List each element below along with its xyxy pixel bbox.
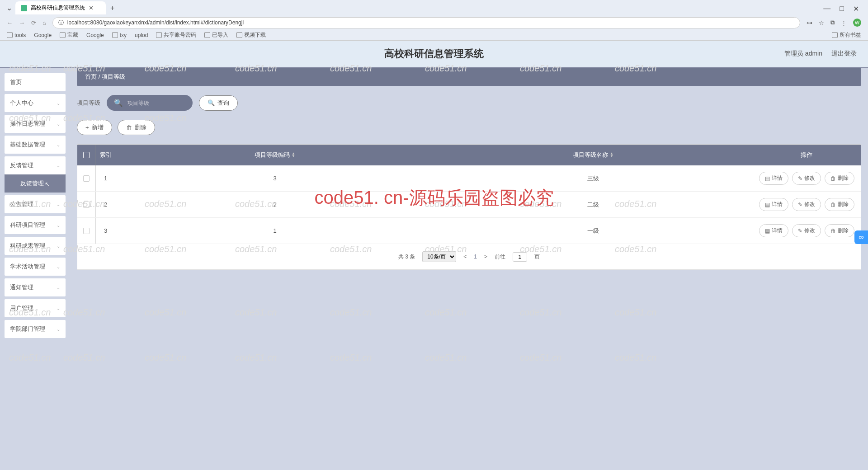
minimize-icon[interactable]: — [823, 5, 830, 13]
bookmark-item[interactable]: uplod [135, 32, 148, 38]
bookmark-item[interactable]: 视频下载 [236, 31, 266, 39]
row-checkbox[interactable] [83, 228, 90, 234]
site-info-icon[interactable]: ⓘ [58, 19, 64, 27]
user-label[interactable]: 管理员 admin [784, 50, 822, 58]
page-size-select[interactable]: 10条/页 [422, 251, 456, 262]
chevron-down-icon: ⌄ [57, 223, 60, 228]
chevron-down-icon: ⌄ [57, 327, 60, 332]
sidebar-item-project[interactable]: 科研项目管理⌄ [5, 216, 66, 234]
bookmark-item[interactable]: 共享账号密码 [156, 31, 196, 39]
search-input-wrap: 🔍 [107, 95, 193, 111]
url-text: localhost:8080/gaoxiaokeyanxinxi/admin/d… [67, 19, 244, 26]
tab-list-dropdown[interactable]: ⌄ [5, 4, 14, 13]
all-bookmarks[interactable]: 所有书签 [832, 31, 861, 39]
main-content: 首页 / 项目等级 项目等级 🔍 🔍查询 +新增 🗑删除 索引 [70, 68, 868, 470]
sidebar-sub-feedback[interactable]: 反馈管理↖ [5, 174, 66, 193]
detail-button[interactable]: ▤详情 [759, 198, 788, 211]
search-row: 项目等级 🔍 🔍查询 [77, 86, 861, 120]
row-delete-button[interactable]: 🗑删除 [825, 172, 854, 185]
chevron-down-icon: ⌄ [57, 101, 60, 106]
bookmark-item[interactable]: 已导入 [204, 31, 228, 39]
edit-icon: ✎ [798, 202, 802, 208]
breadcrumb-home[interactable]: 首页 [85, 73, 97, 80]
app-header: 高校科研信息管理系统 管理员 admin 退出登录 [0, 41, 868, 68]
th-name[interactable]: 项目等级名称▲▼ [434, 145, 752, 165]
select-all-checkbox[interactable] [83, 152, 90, 158]
th-ops: 操作 [752, 145, 861, 165]
sidebar-item-feedback[interactable]: 反馈管理⌄ [5, 156, 66, 174]
th-code[interactable]: 项目等级编码▲▼ [116, 145, 434, 165]
detail-button[interactable]: ▤详情 [759, 224, 788, 237]
row-checkbox[interactable] [83, 175, 90, 182]
float-tool-button[interactable]: ∞ [854, 230, 868, 244]
bookmark-item[interactable]: 宝藏 [60, 31, 78, 39]
menu-icon[interactable]: ⋮ [841, 19, 847, 26]
trash-icon: 🗑 [126, 124, 132, 131]
sidebar-item-personal[interactable]: 个人中心⌄ [5, 94, 66, 112]
new-tab-button[interactable]: + [110, 4, 114, 12]
star-icon[interactable]: ☆ [819, 19, 824, 26]
chevron-down-icon: ⌄ [57, 122, 60, 127]
add-button[interactable]: +新增 [77, 120, 112, 135]
sidebar-item-announce[interactable]: 公告管理⌄ [5, 195, 66, 213]
sidebar-item-home[interactable]: 首页 [5, 73, 66, 91]
bookmark-item[interactable]: Google [86, 32, 104, 38]
current-page[interactable]: 1 [474, 254, 477, 260]
next-page[interactable]: > [484, 254, 487, 260]
row-delete-button[interactable]: 🗑删除 [825, 224, 854, 237]
sidebar-item-academic[interactable]: 学术活动管理⌄ [5, 258, 66, 276]
browser-tab[interactable]: 高校科研信息管理系统 ✕ [15, 1, 106, 14]
trash-icon: 🗑 [830, 228, 836, 234]
doc-icon: ▤ [765, 202, 770, 208]
query-button[interactable]: 🔍查询 [199, 95, 238, 111]
sidebar: 首页 个人中心⌄ 操作日志管理⌄ 基础数据管理⌄ 反馈管理⌄ 反馈管理↖ 公告管… [0, 68, 70, 470]
reload-icon[interactable]: ⟳ [31, 19, 36, 26]
delete-button[interactable]: 🗑删除 [118, 120, 155, 135]
edit-button[interactable]: ✎修改 [792, 224, 821, 237]
close-window-icon[interactable]: ✕ [853, 5, 859, 13]
bookmark-item[interactable]: tools [7, 32, 26, 38]
url-input[interactable]: ⓘ localhost:8080/gaoxiaokeyanxinxi/admin… [52, 17, 800, 28]
sort-icon: ▲▼ [292, 152, 295, 158]
back-icon[interactable]: ← [7, 19, 13, 26]
td-checkbox [77, 218, 95, 244]
search-input[interactable] [127, 100, 195, 106]
row-checkbox[interactable] [83, 202, 90, 208]
td-ops: ▤详情 ✎修改 🗑删除 [752, 165, 861, 191]
edit-button[interactable]: ✎修改 [792, 172, 821, 185]
folder-icon [156, 32, 162, 38]
td-code: 3 [116, 165, 434, 191]
sidebar-item-basedata[interactable]: 基础数据管理⌄ [5, 136, 66, 154]
folder-icon [204, 32, 210, 38]
sidebar-item-user[interactable]: 用户管理⌄ [5, 299, 66, 317]
logout-link[interactable]: 退出登录 [831, 50, 857, 58]
breadcrumb-sep: / [99, 73, 100, 80]
key-icon[interactable]: ⊶ [807, 19, 812, 26]
prev-page[interactable]: < [463, 254, 467, 260]
search-icon: 🔍 [208, 99, 215, 106]
sidebar-item-dept[interactable]: 学院部门管理⌄ [5, 320, 66, 338]
sidebar-item-log[interactable]: 操作日志管理⌄ [5, 115, 66, 133]
sidebar-item-result[interactable]: 科研成果管理⌄ [5, 237, 66, 255]
profile-avatar[interactable]: W [853, 19, 861, 27]
tab-close-icon[interactable]: ✕ [89, 5, 94, 11]
detail-button[interactable]: ▤详情 [759, 172, 788, 185]
edit-button[interactable]: ✎修改 [792, 198, 821, 211]
bookmark-item[interactable]: Google [34, 32, 52, 38]
tab-bar: ⌄ 高校科研信息管理系统 ✕ + — □ ✕ [0, 0, 868, 16]
home-icon[interactable]: ⌂ [42, 19, 46, 26]
browser-chrome: ⌄ 高校科研信息管理系统 ✕ + — □ ✕ ← → ⟳ ⌂ ⓘ localho… [0, 0, 868, 41]
folder-icon [112, 32, 118, 38]
cursor-icon: ↖ [45, 181, 50, 186]
search-label: 项目等级 [77, 99, 100, 107]
goto-input[interactable] [513, 252, 527, 262]
forward-icon[interactable]: → [19, 19, 25, 26]
bookmark-item[interactable]: txy [112, 32, 127, 38]
row-delete-button[interactable]: 🗑删除 [825, 198, 854, 211]
td-code: 1 [116, 218, 434, 244]
td-index: 2 [95, 192, 116, 217]
extensions-icon[interactable]: ⧉ [830, 19, 835, 26]
sidebar-item-notice[interactable]: 通知管理⌄ [5, 278, 66, 296]
tab-title: 高校科研信息管理系统 [31, 4, 85, 12]
maximize-icon[interactable]: □ [840, 5, 844, 13]
